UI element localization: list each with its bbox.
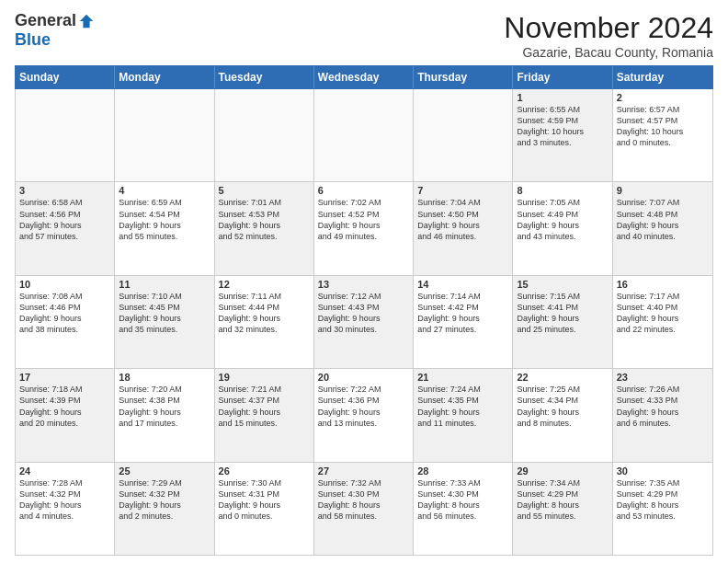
- day-number: 30: [617, 465, 709, 477]
- day-number: 9: [617, 185, 709, 196]
- calendar-cell: 2Sunrise: 6:57 AMSunset: 4:57 PMDaylight…: [613, 89, 712, 181]
- logo-icon: [78, 13, 95, 29]
- day-number: 3: [19, 185, 110, 196]
- day-number: 19: [219, 372, 310, 383]
- calendar-cell: 25Sunrise: 7:29 AMSunset: 4:32 PMDayligh…: [115, 463, 214, 555]
- day-number: 28: [417, 465, 508, 477]
- cell-info: Sunrise: 7:17 AMSunset: 4:40 PMDaylight:…: [617, 291, 709, 336]
- day-number: 8: [517, 185, 608, 196]
- calendar-header-cell: Saturday: [613, 66, 712, 88]
- cell-info: Sunrise: 7:01 AMSunset: 4:53 PMDaylight:…: [219, 197, 310, 242]
- calendar-cell: 24Sunrise: 7:28 AMSunset: 4:32 PMDayligh…: [16, 463, 115, 555]
- main-container: General Blue November 2024 Gazarie, Baca…: [0, 0, 728, 563]
- calendar-cell: [115, 89, 214, 181]
- calendar-header-cell: Monday: [115, 66, 214, 88]
- month-title: November 2024: [504, 11, 713, 45]
- calendar-cell: [215, 89, 314, 181]
- calendar-cell: 15Sunrise: 7:15 AMSunset: 4:41 PMDayligh…: [513, 276, 612, 368]
- cell-info: Sunrise: 7:35 AMSunset: 4:29 PMDaylight:…: [617, 477, 709, 523]
- day-number: 11: [119, 279, 210, 290]
- calendar-cell: 23Sunrise: 7:26 AMSunset: 4:33 PMDayligh…: [613, 369, 712, 461]
- calendar-body: 1Sunrise: 6:55 AMSunset: 4:59 PMDaylight…: [15, 89, 713, 556]
- calendar-cell: 30Sunrise: 7:35 AMSunset: 4:29 PMDayligh…: [613, 463, 712, 555]
- cell-info: Sunrise: 6:59 AMSunset: 4:54 PMDaylight:…: [119, 197, 210, 242]
- day-number: 18: [119, 372, 210, 383]
- calendar-cell: 14Sunrise: 7:14 AMSunset: 4:42 PMDayligh…: [414, 276, 513, 368]
- calendar-row: 24Sunrise: 7:28 AMSunset: 4:32 PMDayligh…: [16, 463, 712, 555]
- calendar-cell: [314, 89, 414, 181]
- day-number: 12: [219, 279, 310, 290]
- cell-info: Sunrise: 6:55 AMSunset: 4:59 PMDaylight:…: [517, 104, 608, 149]
- cell-info: Sunrise: 7:11 AMSunset: 4:44 PMDaylight:…: [219, 291, 310, 336]
- subtitle: Gazarie, Bacau County, Romania: [504, 45, 713, 60]
- calendar-cell: 21Sunrise: 7:24 AMSunset: 4:35 PMDayligh…: [414, 369, 513, 461]
- cell-info: Sunrise: 7:12 AMSunset: 4:43 PMDaylight:…: [318, 291, 409, 336]
- logo: General Blue: [15, 11, 95, 50]
- header: General Blue November 2024 Gazarie, Baca…: [15, 11, 713, 60]
- cell-info: Sunrise: 7:33 AMSunset: 4:30 PMDaylight:…: [417, 477, 508, 523]
- calendar-cell: 16Sunrise: 7:17 AMSunset: 4:40 PMDayligh…: [613, 276, 712, 368]
- cell-info: Sunrise: 7:14 AMSunset: 4:42 PMDaylight:…: [417, 291, 508, 336]
- calendar-cell: 13Sunrise: 7:12 AMSunset: 4:43 PMDayligh…: [314, 276, 414, 368]
- logo-blue: Blue: [15, 30, 51, 50]
- day-number: 23: [617, 372, 709, 383]
- cell-info: Sunrise: 7:04 AMSunset: 4:50 PMDaylight:…: [417, 197, 508, 242]
- calendar-cell: 11Sunrise: 7:10 AMSunset: 4:45 PMDayligh…: [115, 276, 214, 368]
- calendar-cell: 17Sunrise: 7:18 AMSunset: 4:39 PMDayligh…: [16, 369, 115, 461]
- day-number: 2: [617, 92, 709, 103]
- calendar-cell: 7Sunrise: 7:04 AMSunset: 4:50 PMDaylight…: [414, 182, 513, 274]
- day-number: 6: [318, 185, 409, 196]
- calendar-cell: 4Sunrise: 6:59 AMSunset: 4:54 PMDaylight…: [115, 182, 214, 274]
- cell-info: Sunrise: 7:21 AMSunset: 4:37 PMDaylight:…: [219, 384, 310, 429]
- logo-general: General: [15, 11, 76, 30]
- calendar-cell: 5Sunrise: 7:01 AMSunset: 4:53 PMDaylight…: [215, 182, 314, 274]
- calendar-cell: 29Sunrise: 7:34 AMSunset: 4:29 PMDayligh…: [513, 463, 612, 555]
- calendar-cell: 28Sunrise: 7:33 AMSunset: 4:30 PMDayligh…: [414, 463, 513, 555]
- day-number: 4: [119, 185, 210, 196]
- svg-marker-0: [80, 14, 93, 27]
- cell-info: Sunrise: 7:02 AMSunset: 4:52 PMDaylight:…: [318, 197, 409, 242]
- day-number: 17: [19, 372, 110, 383]
- calendar-cell: [16, 89, 115, 181]
- calendar-cell: 20Sunrise: 7:22 AMSunset: 4:36 PMDayligh…: [314, 369, 414, 461]
- calendar-row: 1Sunrise: 6:55 AMSunset: 4:59 PMDaylight…: [16, 89, 712, 182]
- day-number: 1: [517, 92, 608, 103]
- day-number: 7: [417, 185, 508, 196]
- calendar: SundayMondayTuesdayWednesdayThursdayFrid…: [15, 65, 713, 556]
- calendar-cell: 26Sunrise: 7:30 AMSunset: 4:31 PMDayligh…: [215, 463, 314, 555]
- calendar-row: 10Sunrise: 7:08 AMSunset: 4:46 PMDayligh…: [16, 276, 712, 369]
- calendar-cell: 1Sunrise: 6:55 AMSunset: 4:59 PMDaylight…: [513, 89, 612, 181]
- day-number: 14: [417, 279, 508, 290]
- calendar-cell: 8Sunrise: 7:05 AMSunset: 4:49 PMDaylight…: [513, 182, 612, 274]
- cell-info: Sunrise: 7:24 AMSunset: 4:35 PMDaylight:…: [417, 384, 508, 429]
- calendar-header-cell: Friday: [513, 66, 612, 88]
- cell-info: Sunrise: 7:18 AMSunset: 4:39 PMDaylight:…: [19, 384, 110, 429]
- cell-info: Sunrise: 7:07 AMSunset: 4:48 PMDaylight:…: [617, 197, 709, 242]
- calendar-header: SundayMondayTuesdayWednesdayThursdayFrid…: [15, 65, 713, 89]
- day-number: 10: [19, 279, 110, 290]
- calendar-header-cell: Wednesday: [314, 66, 414, 88]
- cell-info: Sunrise: 7:08 AMSunset: 4:46 PMDaylight:…: [19, 291, 110, 336]
- calendar-header-cell: Tuesday: [215, 66, 314, 88]
- cell-info: Sunrise: 7:20 AMSunset: 4:38 PMDaylight:…: [119, 384, 210, 429]
- day-number: 21: [417, 372, 508, 383]
- calendar-cell: 9Sunrise: 7:07 AMSunset: 4:48 PMDaylight…: [613, 182, 712, 274]
- day-number: 24: [19, 465, 110, 477]
- calendar-header-cell: Sunday: [16, 66, 115, 88]
- cell-info: Sunrise: 7:32 AMSunset: 4:30 PMDaylight:…: [318, 477, 409, 523]
- day-number: 15: [517, 279, 608, 290]
- day-number: 13: [318, 279, 409, 290]
- calendar-cell: 22Sunrise: 7:25 AMSunset: 4:34 PMDayligh…: [513, 369, 612, 461]
- calendar-row: 17Sunrise: 7:18 AMSunset: 4:39 PMDayligh…: [16, 369, 712, 462]
- cell-info: Sunrise: 7:26 AMSunset: 4:33 PMDaylight:…: [617, 384, 709, 429]
- cell-info: Sunrise: 6:58 AMSunset: 4:56 PMDaylight:…: [19, 197, 110, 242]
- logo-text: General: [15, 11, 95, 30]
- calendar-cell: 6Sunrise: 7:02 AMSunset: 4:52 PMDaylight…: [314, 182, 414, 274]
- cell-info: Sunrise: 7:15 AMSunset: 4:41 PMDaylight:…: [517, 291, 608, 336]
- title-area: November 2024 Gazarie, Bacau County, Rom…: [504, 11, 713, 60]
- day-number: 29: [517, 465, 608, 477]
- cell-info: Sunrise: 7:05 AMSunset: 4:49 PMDaylight:…: [517, 197, 608, 242]
- cell-info: Sunrise: 7:10 AMSunset: 4:45 PMDaylight:…: [119, 291, 210, 336]
- cell-info: Sunrise: 7:25 AMSunset: 4:34 PMDaylight:…: [517, 384, 608, 429]
- calendar-cell: [414, 89, 513, 181]
